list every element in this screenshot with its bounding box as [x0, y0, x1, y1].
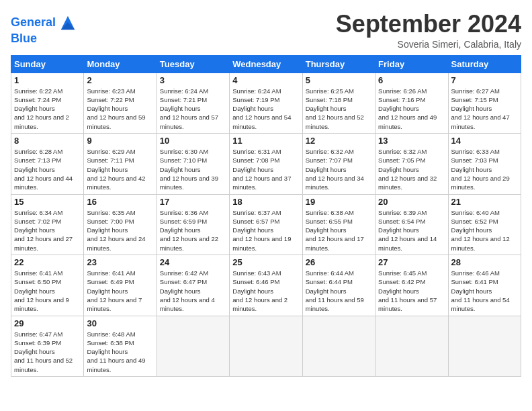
calendar-cell: 28 Sunrise: 6:46 AM Sunset: 6:41 PM Dayl…	[448, 255, 521, 316]
day-info: Sunrise: 6:29 AM Sunset: 7:11 PM Dayligh…	[87, 147, 153, 191]
calendar: SundayMondayTuesdayWednesdayThursdayFrid…	[11, 55, 521, 377]
calendar-header-row: SundayMondayTuesdayWednesdayThursdayFrid…	[11, 55, 521, 73]
calendar-cell: 3 Sunrise: 6:24 AM Sunset: 7:21 PM Dayli…	[157, 73, 229, 133]
day-info: Sunrise: 6:32 AM Sunset: 7:07 PM Dayligh…	[306, 147, 372, 191]
day-info: Sunrise: 6:42 AM Sunset: 6:47 PM Dayligh…	[160, 269, 226, 313]
day-info: Sunrise: 6:44 AM Sunset: 6:44 PM Dayligh…	[306, 269, 372, 313]
day-number: 15	[14, 197, 81, 207]
day-info: Sunrise: 6:47 AM Sunset: 6:39 PM Dayligh…	[14, 330, 81, 374]
calendar-cell: 9 Sunrise: 6:29 AM Sunset: 7:11 PM Dayli…	[84, 134, 157, 194]
header: General Blue September 2024 Soveria Sime…	[11, 11, 521, 50]
calendar-cell: 16 Sunrise: 6:35 AM Sunset: 7:00 PM Dayl…	[84, 194, 157, 255]
day-info: Sunrise: 6:41 AM Sunset: 6:49 PM Dayligh…	[87, 269, 153, 313]
day-info: Sunrise: 6:23 AM Sunset: 7:22 PM Dayligh…	[87, 87, 153, 131]
day-number: 27	[378, 257, 445, 267]
calendar-cell: 4 Sunrise: 6:24 AM Sunset: 7:19 PM Dayli…	[230, 73, 302, 133]
day-number: 17	[160, 197, 226, 207]
calendar-cell: 14 Sunrise: 6:33 AM Sunset: 7:03 PM Dayl…	[448, 134, 521, 194]
day-info: Sunrise: 6:39 AM Sunset: 6:54 PM Dayligh…	[378, 208, 445, 253]
day-number: 11	[232, 136, 299, 146]
day-number: 25	[232, 257, 299, 267]
page-container: General Blue September 2024 Soveria Sime…	[0, 0, 532, 382]
day-header-wednesday: Wednesday	[230, 55, 302, 73]
day-info: Sunrise: 6:45 AM Sunset: 6:42 PM Dayligh…	[378, 269, 445, 313]
day-number: 7	[451, 75, 518, 85]
calendar-cell: 1 Sunrise: 6:22 AM Sunset: 7:24 PM Dayli…	[11, 73, 84, 133]
calendar-cell: 12 Sunrise: 6:32 AM Sunset: 7:07 PM Dayl…	[302, 134, 375, 194]
day-info: Sunrise: 6:40 AM Sunset: 6:52 PM Dayligh…	[451, 208, 518, 253]
calendar-cell: 18 Sunrise: 6:37 AM Sunset: 6:57 PM Dayl…	[230, 194, 302, 255]
calendar-cell: 29 Sunrise: 6:47 AM Sunset: 6:39 PM Dayl…	[11, 316, 84, 376]
calendar-cell: 30 Sunrise: 6:48 AM Sunset: 6:38 PM Dayl…	[84, 316, 157, 376]
day-number: 22	[14, 257, 81, 267]
calendar-cell: 20 Sunrise: 6:39 AM Sunset: 6:54 PM Dayl…	[375, 194, 448, 255]
day-number: 9	[87, 136, 153, 146]
calendar-cell: 7 Sunrise: 6:27 AM Sunset: 7:15 PM Dayli…	[448, 73, 521, 133]
calendar-cell	[157, 316, 229, 376]
day-info: Sunrise: 6:35 AM Sunset: 7:00 PM Dayligh…	[87, 208, 153, 253]
day-info: Sunrise: 6:32 AM Sunset: 7:05 PM Dayligh…	[378, 147, 445, 191]
day-number: 2	[87, 75, 153, 85]
day-info: Sunrise: 6:43 AM Sunset: 6:46 PM Dayligh…	[232, 269, 299, 313]
day-header-monday: Monday	[84, 55, 157, 73]
calendar-week-4: 22 Sunrise: 6:41 AM Sunset: 6:50 PM Dayl…	[11, 255, 521, 316]
logo: General Blue	[11, 13, 77, 46]
day-number: 21	[451, 197, 518, 207]
day-number: 29	[14, 318, 81, 328]
day-number: 20	[378, 197, 445, 207]
day-header-thursday: Thursday	[302, 55, 375, 73]
calendar-cell: 22 Sunrise: 6:41 AM Sunset: 6:50 PM Dayl…	[11, 255, 84, 316]
calendar-cell	[448, 316, 521, 376]
calendar-cell: 25 Sunrise: 6:43 AM Sunset: 6:46 PM Dayl…	[230, 255, 302, 316]
day-number: 26	[306, 257, 372, 267]
day-info: Sunrise: 6:22 AM Sunset: 7:24 PM Dayligh…	[14, 87, 81, 131]
day-header-friday: Friday	[375, 55, 448, 73]
day-number: 23	[87, 257, 153, 267]
calendar-cell: 6 Sunrise: 6:26 AM Sunset: 7:16 PM Dayli…	[375, 73, 448, 133]
day-number: 19	[306, 197, 372, 207]
calendar-cell: 17 Sunrise: 6:36 AM Sunset: 6:59 PM Dayl…	[157, 194, 229, 255]
day-number: 1	[14, 75, 81, 85]
day-header-sunday: Sunday	[11, 55, 84, 73]
day-number: 30	[87, 318, 153, 328]
calendar-cell: 19 Sunrise: 6:38 AM Sunset: 6:55 PM Dayl…	[302, 194, 375, 255]
calendar-cell: 11 Sunrise: 6:31 AM Sunset: 7:08 PM Dayl…	[230, 134, 302, 194]
logo-icon	[58, 13, 77, 32]
day-info: Sunrise: 6:37 AM Sunset: 6:57 PM Dayligh…	[232, 208, 299, 253]
calendar-cell: 26 Sunrise: 6:44 AM Sunset: 6:44 PM Dayl…	[302, 255, 375, 316]
calendar-week-5: 29 Sunrise: 6:47 AM Sunset: 6:39 PM Dayl…	[11, 316, 521, 376]
calendar-week-1: 1 Sunrise: 6:22 AM Sunset: 7:24 PM Dayli…	[11, 73, 521, 133]
day-number: 6	[378, 75, 445, 85]
day-info: Sunrise: 6:34 AM Sunset: 7:02 PM Dayligh…	[14, 208, 81, 253]
day-info: Sunrise: 6:41 AM Sunset: 6:50 PM Dayligh…	[14, 269, 81, 313]
calendar-cell: 5 Sunrise: 6:25 AM Sunset: 7:18 PM Dayli…	[302, 73, 375, 133]
day-info: Sunrise: 6:36 AM Sunset: 6:59 PM Dayligh…	[160, 208, 226, 253]
day-number: 5	[306, 75, 372, 85]
day-info: Sunrise: 6:33 AM Sunset: 7:03 PM Dayligh…	[451, 147, 518, 191]
day-number: 8	[14, 136, 81, 146]
day-info: Sunrise: 6:24 AM Sunset: 7:21 PM Dayligh…	[160, 87, 226, 131]
day-info: Sunrise: 6:27 AM Sunset: 7:15 PM Dayligh…	[451, 87, 518, 131]
title-area: September 2024 Soveria Simeri, Calabria,…	[336, 11, 521, 50]
calendar-cell	[375, 316, 448, 376]
day-header-tuesday: Tuesday	[157, 55, 229, 73]
day-number: 10	[160, 136, 226, 146]
subtitle: Soveria Simeri, Calabria, Italy	[336, 39, 521, 50]
day-info: Sunrise: 6:24 AM Sunset: 7:19 PM Dayligh…	[232, 87, 299, 131]
day-info: Sunrise: 6:31 AM Sunset: 7:08 PM Dayligh…	[232, 147, 299, 191]
day-number: 24	[160, 257, 226, 267]
day-number: 4	[232, 75, 299, 85]
calendar-cell: 2 Sunrise: 6:23 AM Sunset: 7:22 PM Dayli…	[84, 73, 157, 133]
calendar-cell: 13 Sunrise: 6:32 AM Sunset: 7:05 PM Dayl…	[375, 134, 448, 194]
day-info: Sunrise: 6:26 AM Sunset: 7:16 PM Dayligh…	[378, 87, 445, 131]
day-info: Sunrise: 6:48 AM Sunset: 6:38 PM Dayligh…	[87, 330, 153, 374]
logo-blue: Blue	[11, 32, 77, 46]
calendar-week-3: 15 Sunrise: 6:34 AM Sunset: 7:02 PM Dayl…	[11, 194, 521, 255]
day-number: 3	[160, 75, 226, 85]
calendar-cell: 23 Sunrise: 6:41 AM Sunset: 6:49 PM Dayl…	[84, 255, 157, 316]
day-header-saturday: Saturday	[448, 55, 521, 73]
calendar-week-2: 8 Sunrise: 6:28 AM Sunset: 7:13 PM Dayli…	[11, 134, 521, 194]
day-info: Sunrise: 6:28 AM Sunset: 7:13 PM Dayligh…	[14, 147, 81, 191]
calendar-cell: 15 Sunrise: 6:34 AM Sunset: 7:02 PM Dayl…	[11, 194, 84, 255]
calendar-cell: 10 Sunrise: 6:30 AM Sunset: 7:10 PM Dayl…	[157, 134, 229, 194]
